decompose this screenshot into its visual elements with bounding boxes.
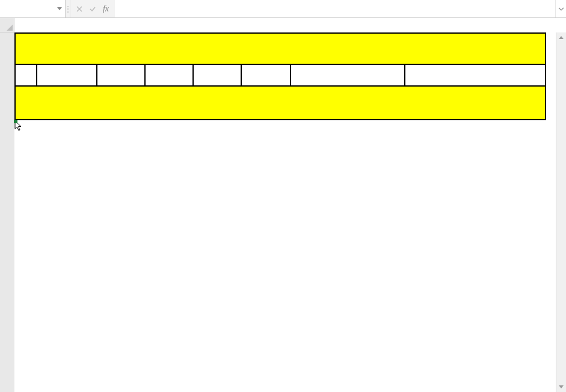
header-row[interactable] (15, 64, 546, 86)
footer-cell[interactable] (15, 86, 546, 120)
select-all-corner[interactable] (0, 18, 14, 32)
chevron-down-icon (559, 385, 564, 388)
header-salary[interactable] (291, 64, 405, 86)
footer-row[interactable] (15, 86, 546, 120)
header-name[interactable] (37, 64, 97, 86)
chevron-down-icon (57, 7, 62, 10)
accept-formula-button[interactable] (86, 0, 99, 17)
grid-body[interactable] (14, 32, 566, 392)
expand-formula-bar-button[interactable] (555, 0, 566, 17)
scroll-up-button[interactable] (556, 32, 566, 43)
title-row[interactable] (15, 33, 546, 64)
name-box-dropdown[interactable] (54, 0, 65, 17)
name-box-container (0, 0, 66, 17)
scroll-down-button[interactable] (556, 382, 566, 392)
name-box[interactable] (0, 0, 54, 17)
header-gender[interactable] (145, 64, 193, 86)
sheet-area (0, 18, 566, 392)
data-table (14, 32, 546, 120)
x-icon (76, 5, 83, 13)
title-cell[interactable] (15, 33, 546, 64)
row-headers (0, 32, 14, 392)
header-marital[interactable] (193, 64, 241, 86)
mouse-cursor (14, 120, 24, 134)
vertical-scrollbar[interactable] (556, 32, 566, 392)
formula-bar: ⋮ fx (0, 0, 566, 18)
fx-icon: fx (103, 4, 109, 14)
header-education[interactable] (241, 64, 291, 86)
header-no[interactable] (15, 64, 37, 86)
header-age[interactable] (97, 64, 145, 86)
formula-bar-grip[interactable]: ⋮ (66, 0, 70, 17)
formula-input[interactable] (115, 0, 555, 17)
chevron-down-icon (558, 7, 564, 11)
check-icon (89, 5, 96, 13)
formula-bar-buttons: fx (70, 0, 115, 17)
header-remark[interactable] (405, 64, 546, 86)
insert-function-button[interactable]: fx (99, 0, 112, 17)
chevron-up-icon (559, 36, 564, 39)
cancel-formula-button[interactable] (73, 0, 86, 17)
